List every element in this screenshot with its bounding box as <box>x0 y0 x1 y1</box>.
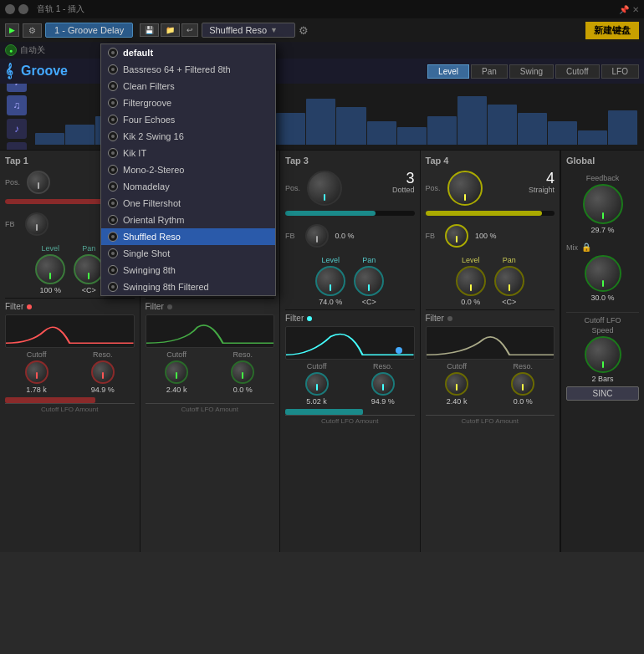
tap2-filter-text: Filter <box>146 302 164 311</box>
tap4-fb-row: FB 100 % <box>426 224 555 248</box>
tap4-level-knob[interactable] <box>456 266 486 296</box>
tap2-reso-label: Reso. <box>233 350 253 359</box>
tap3-pan-knob[interactable] <box>354 266 384 296</box>
tab-lfo[interactable]: LFO <box>601 64 639 79</box>
note-icon-1[interactable]: ♪ <box>7 84 27 92</box>
save-btn[interactable]: 💾 <box>140 23 159 37</box>
global-mix-label: Mix <box>566 243 578 252</box>
window-close-btn[interactable] <box>5 4 15 14</box>
tap1-reso-knob[interactable] <box>91 360 115 384</box>
plugin-name-btn[interactable]: 1 - Groove Delay <box>45 23 133 38</box>
global-speed-knob[interactable] <box>585 336 621 373</box>
tap3-beat-display: 3 Dotted <box>392 171 415 194</box>
new-kb-btn[interactable]: 新建键盘 <box>585 22 639 39</box>
tap3-reso-knob[interactable] <box>371 372 395 396</box>
waveform-bar <box>427 116 457 145</box>
preset-dropdown-menu: default Bassreso 64 + Filtered 8th Clean… <box>100 43 276 296</box>
tap2-filter-curve <box>146 314 275 348</box>
tap1-reso-value: 94.9 % <box>91 386 115 394</box>
tab-bar: Level Pan Swing Cutoff LFO <box>427 64 639 79</box>
transport-controls[interactable]: ▶ <box>5 23 19 37</box>
tab-pan[interactable]: Pan <box>471 64 508 79</box>
tap4-filter-text: Filter <box>426 314 444 323</box>
power-btn[interactable]: ● <box>5 44 17 56</box>
dropdown-item-icon <box>108 198 118 208</box>
tap2-cutoff-knob[interactable] <box>165 360 188 384</box>
tap4-filter-label-row: Filter <box>426 314 555 323</box>
tap3-pos-slider[interactable] <box>285 211 415 216</box>
gear-icon[interactable]: ⚙ <box>299 24 309 37</box>
dropdown-item-onefiltershot[interactable]: One Filtershot <box>101 195 275 212</box>
tap4-fb-value: 100 % <box>475 232 497 240</box>
tap2-lfo-slider[interactable] <box>146 397 275 404</box>
tap1-fb-label: FB <box>5 220 15 228</box>
tap3-cutoff-indicator <box>316 384 318 391</box>
note-icon-3[interactable]: ♪ <box>7 119 27 139</box>
tap4-pos-knob[interactable] <box>447 171 483 206</box>
dropdown-item-fourecho[interactable]: Four Echoes <box>101 111 275 128</box>
tab-swing[interactable]: Swing <box>509 64 554 79</box>
tap3-pos-indicator <box>324 194 325 201</box>
tap1-level-knob[interactable] <box>35 254 65 284</box>
tap2-reso-value: 0.0 % <box>233 386 253 394</box>
tap4-cutoff-reso: Cutoff 2.40 k Reso. 0.0 % <box>426 362 555 406</box>
dropdown-item-swinging8th[interactable]: Swinging 8th <box>101 262 275 278</box>
tap1-lfo-slider[interactable] <box>5 397 135 404</box>
tap4-pos-slider[interactable] <box>426 211 555 216</box>
dropdown-item-oriental[interactable]: Oriental Rythm <box>101 212 275 228</box>
tap3-level-indicator <box>330 284 331 291</box>
tap4-lfo-slider[interactable] <box>426 409 555 416</box>
settings-btn[interactable]: ⚙ <box>23 23 42 38</box>
close-icon[interactable]: ✕ <box>632 5 639 14</box>
global-mix-knob[interactable] <box>585 255 621 292</box>
dropdown-item-kikit[interactable]: Kik IT <box>101 145 275 161</box>
global-feedback-knob[interactable] <box>583 184 623 224</box>
tap3-pos-knob[interactable] <box>307 171 342 206</box>
lock-icon[interactable]: 🔒 <box>581 243 591 252</box>
waveform-bar <box>608 110 637 145</box>
dropdown-item-bassreso[interactable]: Bassreso 64 + Filtered 8th <box>101 61 275 78</box>
wave-note-icons: ♪ ♫ ♪ ♫ <box>7 84 27 151</box>
power-icon: ● <box>9 48 13 54</box>
window-min-btn[interactable] <box>18 4 28 14</box>
waveform-bar <box>35 133 64 145</box>
sync-btn[interactable]: SINC <box>566 386 639 401</box>
tap3-level-knob[interactable] <box>315 266 345 296</box>
dropdown-item-kik2[interactable]: Kik 2 Swing 16 <box>101 128 275 145</box>
tap4-fb-knob[interactable] <box>445 224 468 248</box>
tab-level[interactable]: Level <box>427 64 469 79</box>
tap3-cutoff-knob[interactable] <box>305 372 329 396</box>
tap1-fb-knob[interactable] <box>25 212 49 236</box>
dropdown-item-swinging8thf[interactable]: Swinging 8th Filtered <box>101 278 275 295</box>
tap4-reso-indicator <box>522 384 524 391</box>
tap3-column: Tap 3 Pos. 3 Dotted FB 0.0 % Level <box>280 151 421 552</box>
dropdown-item-nomadelay[interactable]: Nomadelay <box>101 178 275 195</box>
tap1-filter-label-row: Filter <box>5 302 135 311</box>
dropdown-item-shuffled[interactable]: Shuffled Reso <box>101 228 275 245</box>
tap4-pan-knob[interactable] <box>494 266 524 296</box>
folder-btn[interactable]: 📁 <box>161 23 180 37</box>
dropdown-item-cleanfilters[interactable]: Clean Filters <box>101 78 275 95</box>
dropdown-item-default[interactable]: default <box>101 44 275 61</box>
tap1-pos-knob[interactable] <box>27 171 50 194</box>
tap1-cutoff-indicator <box>36 372 38 379</box>
tap4-reso-knob[interactable] <box>511 372 534 396</box>
note-icon-2[interactable]: ♫ <box>7 95 27 115</box>
tap4-reso-value: 0.0 % <box>514 397 533 406</box>
dropdown-item-singleshot[interactable]: Single Shot <box>101 245 275 262</box>
dropdown-item-label: Mono-2-Stereo <box>123 165 184 175</box>
dropdown-item-mono2stereo[interactable]: Mono-2-Stereo <box>101 161 275 178</box>
tap2-filter-section: Filter Cutoff 2.40 k Reso. <box>146 298 275 413</box>
tap4-cutoff-knob[interactable] <box>445 372 468 396</box>
global-speed-indicator <box>602 361 604 368</box>
tab-cutoff[interactable]: Cutoff <box>555 64 600 79</box>
tap1-cutoff-knob[interactable] <box>25 360 49 384</box>
undo-btn[interactable]: ↩ <box>181 23 198 37</box>
tap1-pan-knob[interactable] <box>74 254 104 284</box>
dropdown-item-filtergroove[interactable]: Filtergroove <box>101 95 275 111</box>
note-icon-4[interactable]: ♫ <box>7 142 27 151</box>
tap3-fb-knob[interactable] <box>305 224 329 248</box>
preset-dropdown[interactable]: Shuffled Reso ▼ <box>202 23 295 38</box>
tap2-reso-knob[interactable] <box>231 360 254 384</box>
tap3-lfo-slider[interactable] <box>285 409 415 416</box>
